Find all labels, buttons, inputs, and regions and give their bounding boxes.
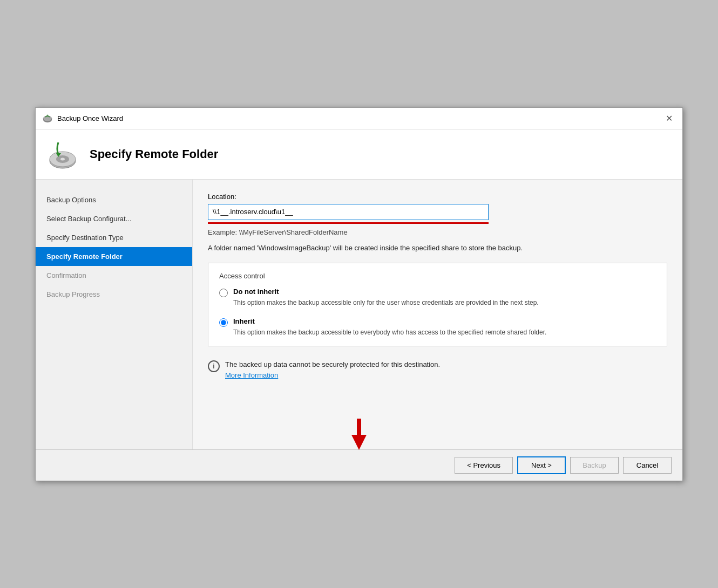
header-section: Specify Remote Folder: [36, 129, 682, 180]
svg-point-6: [60, 158, 65, 160]
access-control-box: Access control Do not inherit This optio…: [208, 263, 667, 346]
folder-info-text: A folder named 'WindowsImageBackup' will…: [208, 243, 651, 254]
window-title: Backup Once Wizard: [57, 114, 123, 122]
next-button[interactable]: Next >: [517, 456, 566, 474]
window-icon: [42, 113, 53, 124]
radio-inherit[interactable]: [219, 318, 228, 327]
radio-option-inherit: Inherit This option makes the backup acc…: [219, 317, 656, 337]
page-title: Specify Remote Folder: [90, 147, 218, 161]
svg-point-1: [43, 116, 52, 121]
arrow-stem: [357, 419, 361, 435]
footer: < Previous Next > Backup Cancel: [36, 449, 682, 481]
input-error-bar: [208, 222, 489, 224]
sidebar: Backup Options Select Backup Configurat.…: [36, 180, 192, 449]
radio-do-not-inherit[interactable]: [219, 289, 228, 297]
header-icon: [46, 138, 79, 170]
radio-do-not-inherit-label: Do not inherit: [233, 288, 539, 296]
svg-marker-2: [46, 114, 49, 117]
title-bar-left: Backup Once Wizard: [42, 113, 123, 124]
previous-button[interactable]: < Previous: [455, 457, 513, 474]
arrow-head: [351, 435, 367, 450]
sidebar-item-confirmation: Confirmation: [36, 266, 192, 285]
radio-inherit-label: Inherit: [233, 317, 546, 325]
location-input[interactable]: [208, 204, 489, 220]
info-notice: i The backed up data cannot be securely …: [208, 359, 667, 380]
main-panel: Location: Example: \\MyFileServer\Shared…: [192, 180, 682, 449]
radio-inherit-label-area: Inherit This option makes the backup acc…: [233, 317, 546, 337]
sidebar-item-backup-options[interactable]: Backup Options: [36, 190, 192, 209]
radio-do-not-inherit-label-area: Do not inherit This option makes the bac…: [233, 288, 539, 307]
content-area: Backup Options Select Backup Configurat.…: [36, 180, 682, 449]
location-input-wrapper: [208, 204, 667, 220]
backup-button: Backup: [570, 457, 619, 474]
cancel-button[interactable]: Cancel: [623, 457, 672, 474]
location-label: Location:: [208, 193, 667, 201]
radio-do-not-inherit-desc: This option makes the backup accessible …: [233, 299, 539, 306]
notice-text: The backed up data cannot be securely pr…: [225, 360, 440, 368]
title-bar: Backup Once Wizard ✕: [36, 108, 682, 129]
sidebar-item-select-backup-config[interactable]: Select Backup Configurat...: [36, 209, 192, 228]
radio-inherit-desc: This option makes the backup accessible …: [233, 329, 546, 336]
sidebar-item-specify-destination-type[interactable]: Specify Destination Type: [36, 228, 192, 247]
sidebar-item-backup-progress: Backup Progress: [36, 285, 192, 304]
next-arrow-indicator: [351, 419, 367, 450]
more-info-link[interactable]: More Information: [225, 371, 278, 379]
info-notice-text: The backed up data cannot be securely pr…: [225, 359, 440, 380]
access-control-title: Access control: [219, 272, 656, 280]
close-button[interactable]: ✕: [662, 112, 676, 125]
wizard-window: Backup Once Wizard ✕ Specify Remote Fold…: [35, 107, 683, 481]
sidebar-item-specify-remote-folder[interactable]: Specify Remote Folder: [36, 247, 192, 266]
example-text: Example: \\MyFileServer\SharedFolderName: [208, 228, 667, 236]
radio-option-do-not-inherit: Do not inherit This option makes the bac…: [219, 288, 656, 307]
info-icon: i: [208, 360, 220, 372]
